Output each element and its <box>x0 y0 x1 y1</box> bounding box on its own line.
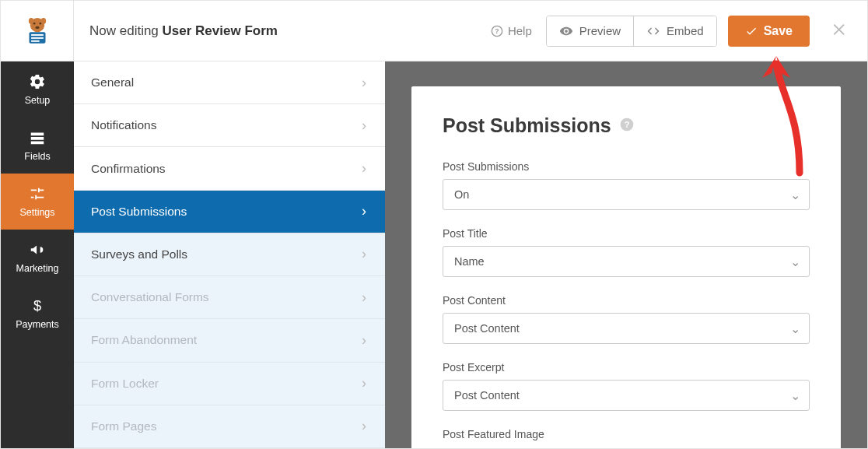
svg-rect-9 <box>31 40 40 41</box>
select-post-submissions[interactable]: On ⌄ <box>443 179 810 210</box>
panel-title: Post Submissions ? <box>443 114 810 137</box>
check-icon <box>745 25 758 37</box>
preview-button[interactable]: Preview <box>547 16 633 46</box>
settings-item-label: Form Abandonment <box>91 333 197 347</box>
settings-item-label: Surveys and Polls <box>91 247 187 261</box>
field-label: Post Submissions <box>443 160 810 173</box>
close-button[interactable] <box>831 21 849 41</box>
panel-title-text: Post Submissions <box>443 114 611 137</box>
select-value: Name <box>443 246 810 277</box>
nav-settings[interactable]: Settings <box>1 174 74 230</box>
preview-label: Preview <box>579 24 621 37</box>
select-value: On <box>443 179 810 210</box>
form-name: User Review Form <box>163 23 278 38</box>
settings-item-label: Confirmations <box>91 162 166 176</box>
settings-item-conversational[interactable]: Conversational Forms › <box>74 276 385 319</box>
field-post-featured-image: Post Featured Image <box>443 428 810 440</box>
field-post-excerpt: Post Excerpt Post Content ⌄ <box>443 361 810 411</box>
chevron-right-icon: › <box>362 375 366 391</box>
svg-text:?: ? <box>495 27 499 35</box>
svg-rect-8 <box>31 37 44 38</box>
nav-marketing[interactable]: Marketing <box>1 230 74 286</box>
embed-label: Embed <box>667 24 704 37</box>
svg-point-1 <box>33 22 35 24</box>
preview-embed-group: Preview Embed <box>546 16 717 47</box>
field-label: Post Content <box>443 294 810 307</box>
chevron-right-icon: › <box>362 332 366 349</box>
editing-prefix: Now editing <box>89 23 163 38</box>
field-post-submissions: Post Submissions On ⌄ <box>443 160 810 210</box>
settings-item-post-submissions[interactable]: Post Submissions › <box>74 191 385 233</box>
field-label: Post Featured Image <box>443 428 810 440</box>
svg-rect-7 <box>31 33 44 35</box>
megaphone-icon <box>29 241 46 258</box>
eye-icon <box>559 24 573 38</box>
settings-item-label: Form Pages <box>91 419 156 433</box>
settings-menu: General › Notifications › Confirmations … <box>74 61 385 448</box>
left-nav: Setup Fields Settings Marketing $ Paymen… <box>1 61 74 448</box>
editing-label: Now editing User Review Form <box>74 23 278 39</box>
select-post-content[interactable]: Post Content ⌄ <box>443 313 810 344</box>
embed-button[interactable]: Embed <box>633 16 716 46</box>
settings-item-label: Conversational Forms <box>91 290 209 304</box>
help-label: Help <box>508 24 532 37</box>
nav-setup[interactable]: Setup <box>1 61 74 118</box>
settings-item-label: Notifications <box>91 118 156 132</box>
svg-point-3 <box>35 26 39 28</box>
select-value: Post Content <box>443 313 810 344</box>
settings-item-label: Post Submissions <box>91 205 187 219</box>
embed-icon <box>646 24 660 38</box>
settings-item-pages[interactable]: Form Pages › <box>74 405 385 448</box>
chevron-right-icon: › <box>362 289 366 306</box>
nav-settings-label: Settings <box>19 207 54 218</box>
settings-item-general[interactable]: General › <box>74 61 385 104</box>
close-icon <box>831 21 849 38</box>
svg-point-4 <box>28 17 33 23</box>
svg-text:?: ? <box>624 120 629 129</box>
nav-setup-label: Setup <box>25 95 51 106</box>
select-post-title[interactable]: Name ⌄ <box>443 246 810 277</box>
help-icon: ? <box>491 25 503 37</box>
nav-marketing-label: Marketing <box>16 263 59 274</box>
main-area: Setup Fields Settings Marketing $ Paymen… <box>1 61 867 448</box>
settings-item-surveys[interactable]: Surveys and Polls › <box>74 233 385 276</box>
save-button[interactable]: Save <box>728 16 810 47</box>
help-tooltip-icon[interactable]: ? <box>619 114 635 137</box>
nav-payments-label: Payments <box>16 319 59 330</box>
chevron-right-icon: › <box>362 118 366 134</box>
nav-fields[interactable]: Fields <box>1 118 74 174</box>
field-post-content: Post Content Post Content ⌄ <box>443 294 810 344</box>
chevron-right-icon: › <box>362 418 366 434</box>
chevron-right-icon: › <box>362 160 366 177</box>
wpforms-logo[interactable] <box>1 1 74 61</box>
help-link[interactable]: ? Help <box>491 24 532 37</box>
post-submissions-panel: Post Submissions ? Post Submissions On ⌄… <box>411 86 841 448</box>
svg-text:$: $ <box>33 297 41 314</box>
save-label: Save <box>764 24 793 38</box>
sliders-icon <box>29 185 46 202</box>
chevron-right-icon: › <box>362 203 366 219</box>
dollar-icon: $ <box>29 297 46 314</box>
settings-item-notifications[interactable]: Notifications › <box>74 104 385 147</box>
settings-item-confirmations[interactable]: Confirmations › <box>74 147 385 190</box>
settings-item-label: Form Locker <box>91 377 159 391</box>
wpforms-logo-icon <box>21 15 54 47</box>
select-post-excerpt[interactable]: Post Content ⌄ <box>443 380 810 411</box>
nav-fields-label: Fields <box>24 151 50 162</box>
select-value: Post Content <box>443 380 810 411</box>
settings-item-label: General <box>91 75 134 89</box>
field-post-title: Post Title Name ⌄ <box>443 227 810 277</box>
svg-point-5 <box>40 17 46 23</box>
top-bar: Now editing User Review Form ? Help Prev… <box>1 1 867 61</box>
gear-icon <box>29 73 46 90</box>
svg-point-2 <box>39 22 41 24</box>
preview-area: Post Submissions ? Post Submissions On ⌄… <box>385 61 867 448</box>
settings-item-locker[interactable]: Form Locker › <box>74 363 385 405</box>
app-root: Now editing User Review Form ? Help Prev… <box>0 0 868 449</box>
settings-item-abandonment[interactable]: Form Abandonment › <box>74 319 385 362</box>
field-label: Post Title <box>443 227 810 240</box>
nav-payments[interactable]: $ Payments <box>1 286 74 342</box>
field-label: Post Excerpt <box>443 361 810 374</box>
list-icon <box>29 129 46 146</box>
chevron-right-icon: › <box>362 246 366 262</box>
